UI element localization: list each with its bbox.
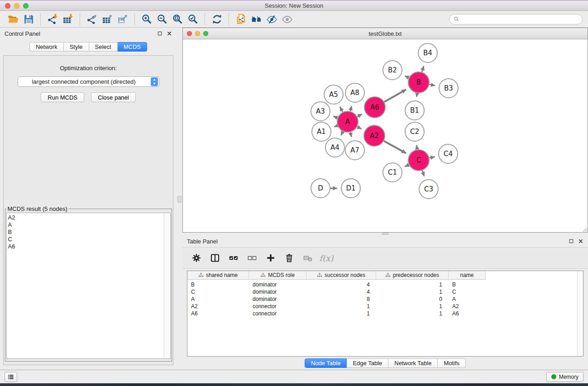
table-panel-float-button[interactable] [568,238,574,244]
export-network-button[interactable] [84,12,100,26]
table-cell[interactable]: A6 [449,310,486,317]
refresh-button[interactable] [209,12,225,26]
graph-edge-B-B1[interactable] [416,93,417,97]
mcds-result-item-A[interactable]: A [8,221,163,229]
delete-button[interactable] [281,251,297,265]
table-cell[interactable]: 0 [376,295,449,303]
table-cell[interactable]: B [449,281,486,288]
graph-node-B[interactable]: B [408,72,429,93]
graph-node-A2[interactable]: A2 [364,125,385,146]
graph-node-C4[interactable]: C4 [439,144,458,163]
column-header-name[interactable]: name [449,271,486,280]
table-cell[interactable]: C [449,288,486,295]
table-cell[interactable]: 1 [376,288,449,295]
table-cell[interactable]: 1 [306,310,376,317]
control-panel-float-button[interactable] [157,31,163,37]
graph-edge-A-A2[interactable] [357,127,361,129]
graph-node-D[interactable]: D [311,179,330,198]
tab-motifs[interactable]: Motifs [438,358,466,368]
graph-node-A[interactable]: A [337,111,358,132]
table-cell[interactable]: dominator [249,288,306,295]
tab-network[interactable]: Network [29,42,64,52]
resize-grip[interactable] [582,226,588,232]
table-cell[interactable]: A2 [449,303,486,310]
table-cell[interactable]: C [187,288,249,295]
table-scrollbar-track[interactable] [577,271,583,356]
table-cell[interactable]: connector [249,303,306,310]
mcds-result-item-C[interactable]: C [8,236,163,243]
task-history-button[interactable] [5,372,17,382]
tab-node-table[interactable]: Node Table [305,358,347,368]
graph-node-C[interactable]: C [408,150,429,171]
run-mcds-button[interactable]: Run MCDS [41,92,84,102]
vertical-splitter-handle[interactable] [177,196,182,203]
graph-node-C1[interactable]: C1 [383,163,402,182]
zoom-fit-button[interactable] [170,12,185,26]
table-panel-close-button[interactable] [578,238,583,244]
graph-edge-C-C1[interactable] [405,165,409,167]
minimize-window-button[interactable] [14,3,19,9]
table-cell[interactable]: A [449,295,486,303]
new-network-from-selection-button[interactable] [233,12,249,26]
search-input[interactable] [461,15,578,23]
graph-edge-A-A1[interactable] [334,126,338,127]
table-cell[interactable]: dominator [249,281,306,288]
network-minimize-button[interactable] [195,31,200,36]
table-row-C[interactable]: Cdominator41C [187,288,583,295]
tab-style[interactable]: Style [64,42,89,52]
graph-edge-A-A7[interactable] [350,132,352,137]
network-canvas[interactable]: B4B2BB3A8A5A6B1A3AC2A1A2A4A7C4CC1DD1C3 [183,39,588,232]
mcds-result-item-B[interactable]: B [8,229,163,236]
table-cell[interactable]: 4 [306,288,376,295]
graph-node-A7[interactable]: A7 [345,141,364,160]
graph-edge-C-C4[interactable] [429,157,435,158]
graph-node-A4[interactable]: A4 [325,138,344,157]
graph-edge-A-A6[interactable] [357,114,362,117]
column-header-mcds-role[interactable]: MCDS role [249,271,306,280]
graph-node-A6[interactable]: A6 [364,97,385,118]
graph-node-C3[interactable]: C3 [419,180,438,199]
table-row-A6[interactable]: A6connector11A6 [187,310,583,317]
column-header-predecessor-nodes[interactable]: predecessor nodes [376,271,449,280]
graph-node-A3[interactable]: A3 [311,102,330,121]
export-image-button[interactable] [115,12,130,26]
horizontal-splitter[interactable] [182,233,588,235]
add-button[interactable] [263,251,279,265]
open-file-button[interactable] [5,12,21,26]
graph-edge-B-B2[interactable] [405,76,409,78]
control-panel-close-button[interactable] [166,31,172,37]
tab-select[interactable]: Select [89,42,118,52]
export-table-button[interactable] [100,12,115,26]
graph-node-A1[interactable]: A1 [312,122,331,141]
column-header-successor-nodes[interactable]: successor nodes [306,271,376,280]
graph-node-B4[interactable]: B4 [418,43,437,62]
graph-node-D1[interactable]: D1 [341,179,360,198]
select-all-button[interactable] [225,251,242,265]
graph-node-C2[interactable]: C2 [405,122,424,141]
mcds-result-item-A6[interactable]: A6 [8,243,163,250]
table-cell[interactable]: 1 [376,303,449,310]
deselect-all-button[interactable] [244,251,260,265]
search-box[interactable] [449,14,583,24]
zoom-selected-button[interactable] [185,12,201,26]
graph-edge-B-B3[interactable] [430,85,435,86]
zoom-in-button[interactable] [139,12,154,26]
close-window-button[interactable] [5,3,10,9]
column-header-shared-name[interactable]: shared name [187,271,249,280]
table-cell[interactable]: connector [249,310,306,317]
graph-edge-C-C2[interactable] [416,145,417,150]
graph-edge-A-A3[interactable] [333,116,338,118]
zoom-out-button[interactable] [154,12,170,26]
graph-edge-A-A5[interactable] [340,107,343,112]
table-cell[interactable]: dominator [249,295,306,303]
network-zoom-button[interactable] [203,31,208,36]
table-row-A[interactable]: Adominator80A [187,295,583,303]
tab-mcds[interactable]: MCDS [118,42,147,52]
table-cell[interactable]: A [187,295,249,303]
save-session-button[interactable] [21,12,36,26]
mcds-result-list[interactable]: A2ABCA6 [6,213,171,359]
mcds-result-item-A2[interactable]: A2 [8,214,163,221]
graph-node-B3[interactable]: B3 [439,79,458,98]
table-cell[interactable]: A6 [187,310,249,317]
table-cell[interactable]: 1 [376,310,449,317]
